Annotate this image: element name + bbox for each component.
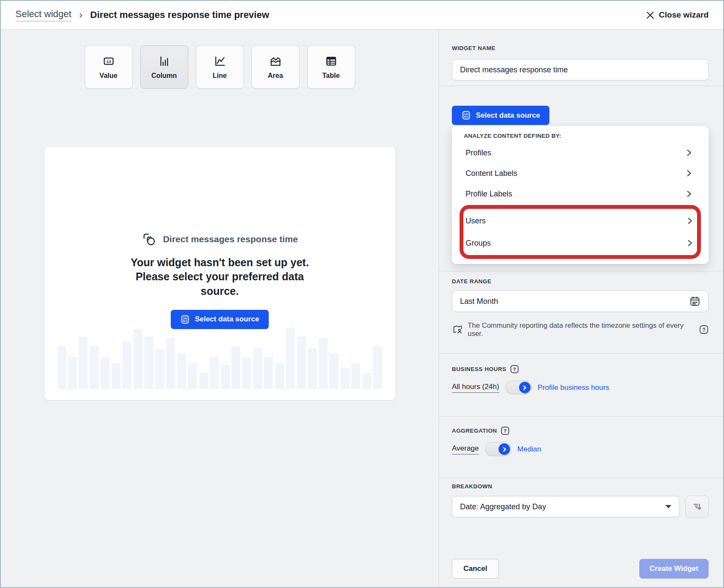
data-source-option-profile-labels[interactable]: Profile Labels (461, 184, 699, 204)
svg-text:?: ? (702, 327, 705, 333)
table-icon (324, 54, 338, 68)
date-range-input[interactable]: Last Month (452, 291, 709, 312)
business-hours-label: BUSINESS HOURS (452, 366, 506, 372)
placeholder-bar (308, 348, 317, 389)
dropdown-header: ANALYZE CONTENT DEFINED BY: (461, 133, 699, 139)
widget-type-selector: 13 Value Column Line (1, 45, 439, 89)
widget-type-table[interactable]: Table (307, 45, 355, 89)
placeholder-bar (253, 348, 262, 389)
widget-name-label: WIDGET NAME (452, 45, 709, 51)
chevron-right-icon (685, 190, 693, 198)
area-chart-icon (269, 54, 282, 68)
average-label[interactable]: Average (452, 444, 479, 454)
svg-text:?: ? (504, 428, 507, 434)
breakdown-select[interactable]: Date: Aggregated by Day (452, 496, 679, 517)
preview-pane: 13 Value Column Line (1, 30, 439, 587)
placeholder-bar (264, 357, 273, 389)
placeholder-bar (122, 342, 131, 389)
placeholder-bar (242, 357, 251, 389)
placeholder-bar-chart (57, 324, 383, 389)
placeholder-bar (68, 357, 77, 389)
aggregation-label: AGGREGATION (452, 428, 497, 434)
data-source-option-groups[interactable]: Groups (463, 232, 697, 254)
data-source-option-content-labels[interactable]: Content Labels (461, 163, 699, 184)
placeholder-bar (90, 346, 99, 389)
chevron-right-icon (685, 217, 694, 225)
business-hours-toggle[interactable] (505, 380, 532, 395)
data-source-option-profiles[interactable]: Profiles (461, 143, 699, 163)
placeholder-bar (210, 357, 219, 389)
chevron-right-icon (685, 239, 694, 247)
timezone-map-icon (452, 324, 463, 336)
placeholder-bar (231, 347, 240, 389)
data-source-dropdown: ANALYZE CONTENT DEFINED BY: Profiles Con… (452, 126, 709, 264)
toggle-knob-chevron-icon (498, 443, 510, 455)
placeholder-bar (188, 363, 197, 389)
cancel-button[interactable]: Cancel (452, 559, 499, 579)
help-icon[interactable]: ? (510, 365, 519, 374)
widget-preview-card: Direct messages response time Your widge… (45, 147, 395, 400)
median-label[interactable]: Median (517, 445, 541, 454)
page-title: Direct messages response time preview (90, 9, 269, 21)
close-wizard-button[interactable]: Close wizard (646, 10, 709, 20)
top-bar: Select widget › Direct messages response… (1, 1, 723, 30)
create-widget-button[interactable]: Create Widget (639, 559, 709, 579)
svg-text:13: 13 (106, 59, 111, 64)
placeholder-bar (199, 373, 208, 389)
settings-sidebar: WIDGET NAME 101011 Select data source AN… (439, 30, 723, 587)
placeholder-bar (351, 363, 360, 389)
aggregation-toggle[interactable] (485, 442, 511, 456)
breadcrumb-select-widget[interactable]: Select widget (15, 9, 71, 21)
date-range-label: DATE RANGE (452, 278, 709, 285)
data-source-option-users[interactable]: Users (463, 210, 697, 232)
placeholder-bar (297, 336, 306, 389)
data-source-icon: 101011 (461, 110, 471, 120)
all-hours-label[interactable]: All hours (24h) (452, 383, 499, 393)
placeholder-bar (286, 328, 295, 389)
placeholder-bar (112, 363, 121, 389)
caret-down-icon (665, 505, 671, 508)
value-widget-icon: 13 (102, 54, 116, 68)
placeholder-bar (101, 357, 110, 389)
widget-name-input[interactable] (452, 59, 709, 80)
placeholder-bar (166, 338, 175, 389)
calendar-icon (689, 296, 700, 307)
placeholder-bar (362, 373, 371, 389)
column-chart-icon (157, 54, 171, 68)
breadcrumb-chevron-icon: › (79, 9, 83, 21)
svg-text:?: ? (513, 367, 516, 372)
help-icon[interactable]: ? (501, 426, 510, 435)
placeholder-bar (329, 353, 338, 389)
help-icon[interactable]: ? (699, 325, 709, 334)
placeholder-bar (155, 349, 164, 389)
placeholder-bar (57, 346, 66, 389)
placeholder-bar (221, 365, 230, 389)
line-chart-icon (213, 54, 227, 68)
widget-type-value[interactable]: 13 Value (85, 45, 133, 89)
preview-widget-title: Direct messages response time (163, 234, 298, 244)
widget-type-line[interactable]: Line (196, 45, 244, 89)
svg-text:011: 011 (464, 115, 469, 118)
widget-type-column[interactable]: Column (140, 45, 188, 89)
chevron-right-icon (685, 148, 693, 157)
timezone-note: The Community reporting data reflects th… (468, 321, 695, 338)
placeholder-bar (79, 336, 88, 389)
select-data-source-button-preview[interactable]: 101011 Select data source (171, 310, 268, 329)
highlight-annotation: Users Groups (460, 205, 701, 259)
sort-order-button[interactable] (685, 496, 709, 518)
empty-widget-icon (142, 232, 157, 247)
breakdown-label: BREAKDOWN (452, 483, 709, 490)
placeholder-bar (373, 346, 382, 389)
select-data-source-button[interactable]: 101011 Select data source (452, 106, 549, 125)
sort-descending-icon (692, 502, 702, 512)
wizard-window: Select widget › Direct messages response… (0, 0, 724, 588)
placeholder-bar (144, 336, 153, 389)
widget-type-area[interactable]: Area (252, 45, 300, 89)
empty-state-heading: Your widget hasn't been set up yet. Plea… (128, 255, 312, 298)
profile-business-hours-label[interactable]: Profile business hours (538, 383, 609, 392)
placeholder-bar (134, 329, 142, 389)
toggle-knob-chevron-icon (519, 382, 531, 393)
chevron-right-icon (685, 169, 693, 178)
placeholder-bar (177, 353, 186, 389)
data-source-icon: 101011 (180, 315, 190, 324)
